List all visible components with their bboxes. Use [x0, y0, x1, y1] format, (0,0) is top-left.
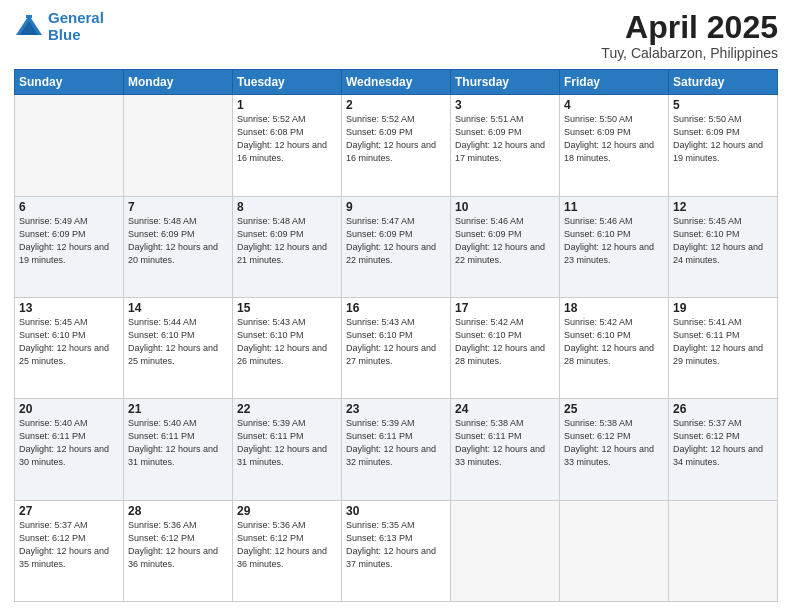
day-number: 13 [19, 301, 119, 315]
day-number: 20 [19, 402, 119, 416]
calendar-cell [560, 500, 669, 601]
calendar-cell: 17Sunrise: 5:42 AM Sunset: 6:10 PM Dayli… [451, 297, 560, 398]
day-info: Sunrise: 5:48 AM Sunset: 6:09 PM Dayligh… [128, 215, 228, 267]
calendar-cell: 2Sunrise: 5:52 AM Sunset: 6:09 PM Daylig… [342, 95, 451, 196]
day-info: Sunrise: 5:38 AM Sunset: 6:11 PM Dayligh… [455, 417, 555, 469]
day-number: 12 [673, 200, 773, 214]
calendar-cell: 4Sunrise: 5:50 AM Sunset: 6:09 PM Daylig… [560, 95, 669, 196]
calendar-cell: 14Sunrise: 5:44 AM Sunset: 6:10 PM Dayli… [124, 297, 233, 398]
day-number: 15 [237, 301, 337, 315]
calendar-cell: 18Sunrise: 5:42 AM Sunset: 6:10 PM Dayli… [560, 297, 669, 398]
calendar-cell: 7Sunrise: 5:48 AM Sunset: 6:09 PM Daylig… [124, 196, 233, 297]
calendar-week-row: 1Sunrise: 5:52 AM Sunset: 6:08 PM Daylig… [15, 95, 778, 196]
day-number: 28 [128, 504, 228, 518]
day-number: 30 [346, 504, 446, 518]
calendar-cell: 27Sunrise: 5:37 AM Sunset: 6:12 PM Dayli… [15, 500, 124, 601]
day-number: 10 [455, 200, 555, 214]
calendar-cell: 26Sunrise: 5:37 AM Sunset: 6:12 PM Dayli… [669, 399, 778, 500]
day-number: 5 [673, 98, 773, 112]
header: General Blue April 2025 Tuy, Calabarzon,… [14, 10, 778, 61]
header-saturday: Saturday [669, 70, 778, 95]
day-info: Sunrise: 5:45 AM Sunset: 6:10 PM Dayligh… [19, 316, 119, 368]
day-number: 23 [346, 402, 446, 416]
header-friday: Friday [560, 70, 669, 95]
day-number: 2 [346, 98, 446, 112]
calendar-cell: 22Sunrise: 5:39 AM Sunset: 6:11 PM Dayli… [233, 399, 342, 500]
day-info: Sunrise: 5:36 AM Sunset: 6:12 PM Dayligh… [237, 519, 337, 571]
calendar-header-row: SundayMondayTuesdayWednesdayThursdayFrid… [15, 70, 778, 95]
calendar-cell: 12Sunrise: 5:45 AM Sunset: 6:10 PM Dayli… [669, 196, 778, 297]
calendar-cell: 9Sunrise: 5:47 AM Sunset: 6:09 PM Daylig… [342, 196, 451, 297]
header-wednesday: Wednesday [342, 70, 451, 95]
calendar-week-row: 27Sunrise: 5:37 AM Sunset: 6:12 PM Dayli… [15, 500, 778, 601]
day-info: Sunrise: 5:52 AM Sunset: 6:09 PM Dayligh… [346, 113, 446, 165]
day-number: 8 [237, 200, 337, 214]
calendar-cell [669, 500, 778, 601]
day-number: 11 [564, 200, 664, 214]
day-info: Sunrise: 5:43 AM Sunset: 6:10 PM Dayligh… [346, 316, 446, 368]
day-number: 4 [564, 98, 664, 112]
day-number: 24 [455, 402, 555, 416]
day-info: Sunrise: 5:44 AM Sunset: 6:10 PM Dayligh… [128, 316, 228, 368]
calendar-cell: 1Sunrise: 5:52 AM Sunset: 6:08 PM Daylig… [233, 95, 342, 196]
calendar-week-row: 6Sunrise: 5:49 AM Sunset: 6:09 PM Daylig… [15, 196, 778, 297]
calendar-title: April 2025 [601, 10, 778, 45]
day-info: Sunrise: 5:50 AM Sunset: 6:09 PM Dayligh… [673, 113, 773, 165]
day-info: Sunrise: 5:41 AM Sunset: 6:11 PM Dayligh… [673, 316, 773, 368]
day-info: Sunrise: 5:36 AM Sunset: 6:12 PM Dayligh… [128, 519, 228, 571]
day-info: Sunrise: 5:40 AM Sunset: 6:11 PM Dayligh… [128, 417, 228, 469]
day-number: 18 [564, 301, 664, 315]
day-number: 7 [128, 200, 228, 214]
header-thursday: Thursday [451, 70, 560, 95]
calendar-week-row: 13Sunrise: 5:45 AM Sunset: 6:10 PM Dayli… [15, 297, 778, 398]
calendar-cell: 15Sunrise: 5:43 AM Sunset: 6:10 PM Dayli… [233, 297, 342, 398]
calendar-cell: 16Sunrise: 5:43 AM Sunset: 6:10 PM Dayli… [342, 297, 451, 398]
day-info: Sunrise: 5:45 AM Sunset: 6:10 PM Dayligh… [673, 215, 773, 267]
calendar-cell: 29Sunrise: 5:36 AM Sunset: 6:12 PM Dayli… [233, 500, 342, 601]
calendar-subtitle: Tuy, Calabarzon, Philippines [601, 45, 778, 61]
calendar-cell: 19Sunrise: 5:41 AM Sunset: 6:11 PM Dayli… [669, 297, 778, 398]
calendar-cell: 28Sunrise: 5:36 AM Sunset: 6:12 PM Dayli… [124, 500, 233, 601]
day-number: 25 [564, 402, 664, 416]
calendar-cell: 13Sunrise: 5:45 AM Sunset: 6:10 PM Dayli… [15, 297, 124, 398]
day-info: Sunrise: 5:52 AM Sunset: 6:08 PM Dayligh… [237, 113, 337, 165]
header-sunday: Sunday [15, 70, 124, 95]
calendar-cell: 30Sunrise: 5:35 AM Sunset: 6:13 PM Dayli… [342, 500, 451, 601]
day-info: Sunrise: 5:37 AM Sunset: 6:12 PM Dayligh… [19, 519, 119, 571]
day-number: 27 [19, 504, 119, 518]
day-info: Sunrise: 5:49 AM Sunset: 6:09 PM Dayligh… [19, 215, 119, 267]
day-info: Sunrise: 5:50 AM Sunset: 6:09 PM Dayligh… [564, 113, 664, 165]
day-number: 22 [237, 402, 337, 416]
calendar-cell: 24Sunrise: 5:38 AM Sunset: 6:11 PM Dayli… [451, 399, 560, 500]
day-number: 16 [346, 301, 446, 315]
day-number: 17 [455, 301, 555, 315]
day-info: Sunrise: 5:46 AM Sunset: 6:10 PM Dayligh… [564, 215, 664, 267]
day-number: 6 [19, 200, 119, 214]
day-number: 26 [673, 402, 773, 416]
calendar-cell: 3Sunrise: 5:51 AM Sunset: 6:09 PM Daylig… [451, 95, 560, 196]
logo-blue: Blue [48, 26, 81, 43]
header-tuesday: Tuesday [233, 70, 342, 95]
day-info: Sunrise: 5:47 AM Sunset: 6:09 PM Dayligh… [346, 215, 446, 267]
day-info: Sunrise: 5:46 AM Sunset: 6:09 PM Dayligh… [455, 215, 555, 267]
title-block: April 2025 Tuy, Calabarzon, Philippines [601, 10, 778, 61]
page: General Blue April 2025 Tuy, Calabarzon,… [0, 0, 792, 612]
day-info: Sunrise: 5:37 AM Sunset: 6:12 PM Dayligh… [673, 417, 773, 469]
day-number: 3 [455, 98, 555, 112]
day-info: Sunrise: 5:42 AM Sunset: 6:10 PM Dayligh… [455, 316, 555, 368]
svg-rect-2 [26, 15, 32, 18]
calendar-cell: 20Sunrise: 5:40 AM Sunset: 6:11 PM Dayli… [15, 399, 124, 500]
calendar-cell [15, 95, 124, 196]
header-monday: Monday [124, 70, 233, 95]
day-number: 19 [673, 301, 773, 315]
day-info: Sunrise: 5:39 AM Sunset: 6:11 PM Dayligh… [237, 417, 337, 469]
calendar-cell: 6Sunrise: 5:49 AM Sunset: 6:09 PM Daylig… [15, 196, 124, 297]
calendar-cell [451, 500, 560, 601]
logo-general: General [48, 9, 104, 26]
day-number: 14 [128, 301, 228, 315]
day-info: Sunrise: 5:42 AM Sunset: 6:10 PM Dayligh… [564, 316, 664, 368]
calendar-cell: 23Sunrise: 5:39 AM Sunset: 6:11 PM Dayli… [342, 399, 451, 500]
day-number: 1 [237, 98, 337, 112]
day-info: Sunrise: 5:51 AM Sunset: 6:09 PM Dayligh… [455, 113, 555, 165]
logo: General Blue [14, 10, 104, 43]
